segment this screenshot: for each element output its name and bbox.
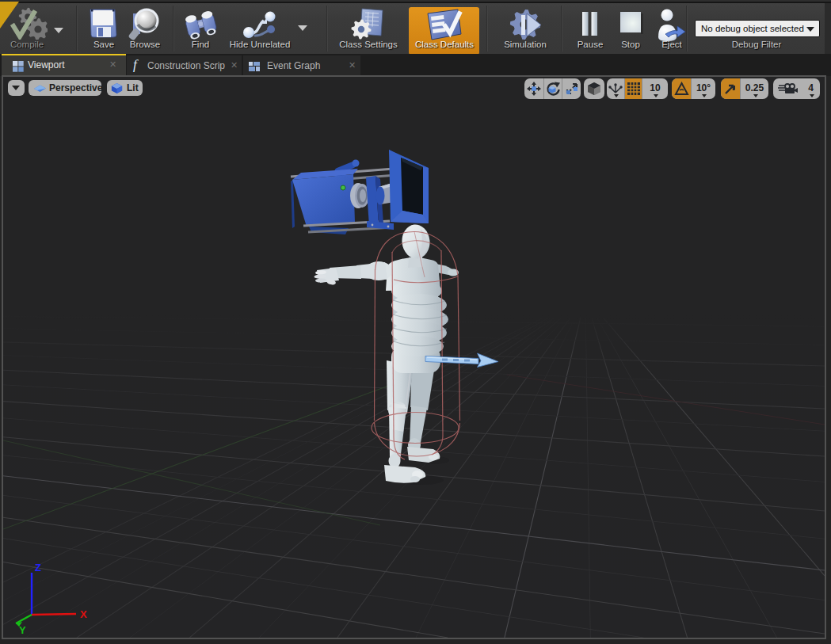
svg-text:Y: Y — [19, 624, 26, 636]
svg-text:Z: Z — [35, 562, 41, 574]
svg-text:X: X — [80, 608, 87, 620]
